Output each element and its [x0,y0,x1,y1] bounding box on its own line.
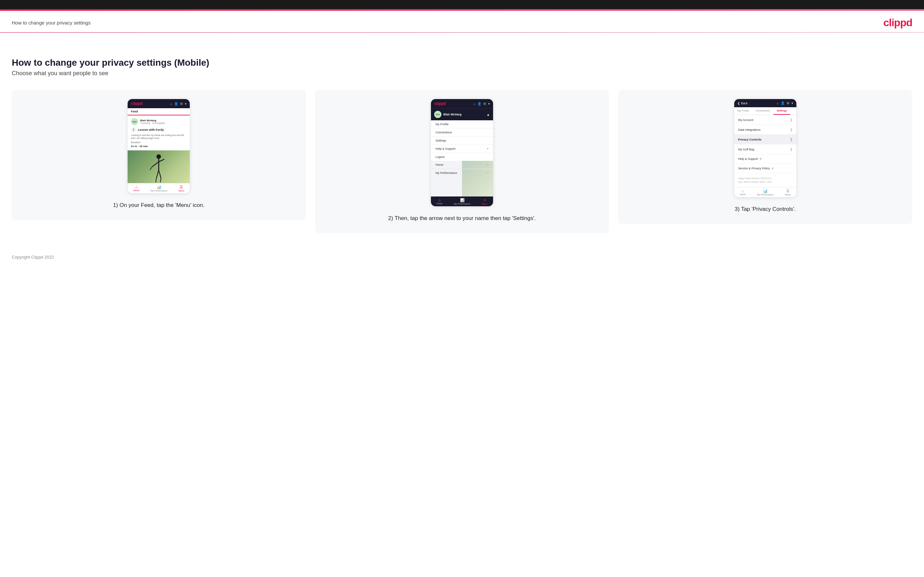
phone3-settings-list: My Account ❯ Data Integrations ❯ Privacy… [734,115,796,173]
phone3-data-integrations-arrow: ❯ [790,128,793,131]
phone1-post: BM Blair McHarg Yesterday · Sunningdale … [128,115,190,150]
phone1-image [128,150,190,183]
svg-line-8 [160,178,161,182]
phone2-header-icons: ⌕ 👤 ⚙ ▾ [473,102,490,106]
phone1-feed-tab[interactable]: Feed [128,108,190,115]
page-subheading: Choose what you want people to see [12,70,912,77]
phone2-my-profile[interactable]: My Profile [431,120,493,129]
phone1-nav-menu[interactable]: ☰ Menu [179,185,184,192]
phone3-nav-menu-label: Menu [785,193,791,196]
ext-icon-help: ↗ [759,158,762,161]
step-3-card: ❮ Back ⌕ 👤 ⚙ ▾ My Profile Connections Se… [618,90,912,224]
page-heading: How to change your privacy settings (Mob… [12,58,912,68]
profile-icon-2: 👤 [477,102,481,106]
phone2-menu: My Profile Connections Settings Help & S… [431,120,493,161]
home-icon-2: ⌂ [438,198,441,202]
svg-line-7 [156,178,157,182]
settings-icon: ⚙ [180,102,183,106]
phone3-nav-performance-label: My Performance [757,193,774,196]
phone1-nav-home[interactable]: ⌂ Home [133,185,139,192]
phone3-version: Clippd Client Version: 2022.8.3-3 GQL Se… [734,173,796,187]
phone2-connections[interactable]: Connections [431,129,493,137]
phone1-nav-home-label: Home [133,189,139,192]
phone1-post-sub: Yesterday · Sunningdale [140,122,165,124]
phone1-header: clippd ⌕ 👤 ⚙ ▾ [128,99,190,108]
phone3-my-account-label: My Account [738,118,754,122]
chart-icon-2: 📊 [460,198,465,202]
phone3-privacy-controls-label: Privacy Controls [738,138,762,141]
phone2-header: clippd ⌕ 👤 ⚙ ▾ [431,99,493,108]
phone2-section-home[interactable]: Home ▾ [431,161,493,169]
step-3-caption: 3) Tap 'Privacy Controls'. [735,205,796,213]
phone3-tab-myprofile[interactable]: My Profile [734,107,753,115]
phone2-nav-close[interactable]: ✕ Menu [481,198,488,205]
step-2-caption: 2) Then, tap the arrow next to your name… [388,214,536,222]
phone3-back-button[interactable]: ❮ Back [738,102,748,105]
home-icon: ⌂ [135,185,137,189]
phone2-dropdown-header: BM Blair McHarg ▲ [431,108,493,120]
svg-point-0 [157,154,161,159]
phone1-lesson-row: 🏌 Lesson with Fordy [131,127,186,132]
phone3-data-integrations[interactable]: Data Integrations ❯ [734,125,796,135]
phone3-privacy-controls[interactable]: Privacy Controls ❯ [734,135,796,145]
clippd-logo: clippd [884,17,912,29]
phone2-logout[interactable]: Logout [431,153,493,161]
phone3-nav-performance[interactable]: 📊 My Performance [757,189,774,196]
phone3-help-support[interactable]: Help & Support ↗ [734,154,796,164]
phone2-collapse-icon[interactable]: ▲ [486,113,490,116]
svg-line-2 [152,162,159,167]
phone3-golf-bag-arrow: ❯ [790,147,793,151]
phone2-nav-performance-label: My Performance [454,203,470,205]
phone3-bottom-nav: ⌂ Home 📊 My Performance ☰ Menu [734,187,796,197]
phone3-my-golf-bag[interactable]: My Golf Bag ❯ [734,145,796,154]
svg-line-5 [157,170,159,178]
phone3-my-account[interactable]: My Account ❯ [734,115,796,125]
phone3-data-integrations-label: Data Integrations [738,128,761,131]
phone3-header-icons: ⌕ 👤 ⚙ ▾ [777,102,793,105]
phone2-nav-menu-label: Menu [481,203,488,205]
search-icon-3: ⌕ [777,102,779,105]
phone1-header-icons: ⌕ 👤 ⚙ ▾ [170,102,186,106]
lesson-icon: 🏌 [131,127,136,132]
phone3-tab-connections[interactable]: Connections [752,107,773,115]
phone2-section-performance[interactable]: My Performance ▾ [431,169,493,177]
phone3-server-version: GQL Server Version: 2022.7.30-1 [738,180,793,184]
phone1-lesson-desc: Looking to feel like my hands are exitin… [131,134,186,140]
svg-line-3 [159,159,164,162]
phone-2-mockup: clippd ⌕ 👤 ⚙ ▾ BM Blair McHarg ▲ [431,99,493,206]
phone2-nav-performance[interactable]: 📊 My Performance [454,198,470,205]
footer-copyright: Copyright Clippd 2022 [12,255,54,259]
phone3-nav-home[interactable]: ⌂ Home [740,189,746,196]
header-divider [0,32,924,33]
phone3-my-account-arrow: ❯ [790,118,793,122]
phone2-nav-home[interactable]: ⌂ Home [436,198,443,205]
phone1-nav-performance[interactable]: 📊 My Performance [150,185,167,192]
phone3-header: ❮ Back ⌕ 👤 ⚙ ▾ [734,99,796,107]
phone3-nav-menu[interactable]: ☰ Menu [785,189,791,196]
phone1-lesson-title: Lesson with Fordy [138,128,164,131]
phone1-nav-menu-label: Menu [179,190,184,192]
phone3-tab-settings[interactable]: Settings [774,107,790,115]
phone3-service-privacy-label: Service & Privacy Policy ↗ [738,167,774,170]
search-icon: ⌕ [170,102,172,106]
phone1-post-header: BM Blair McHarg Yesterday · Sunningdale [131,118,186,125]
svg-line-6 [159,170,161,178]
phone3-my-golf-bag-label: My Golf Bag [738,148,754,151]
chevron-icon-2: ▾ [488,102,490,106]
ext-icon-privacy: ↗ [771,167,774,170]
phone3-back-label: Back [741,102,748,105]
menu-icon: ☰ [179,185,183,189]
phone3-service-privacy[interactable]: Service & Privacy Policy ↗ [734,164,796,173]
phone2-settings[interactable]: Settings [431,137,493,145]
footer: Copyright Clippd 2022 [0,245,924,268]
home-icon-3: ⌂ [742,189,744,193]
phone3-help-support-label: Help & Support ↗ [738,157,762,161]
phone1-logo: clippd [131,102,142,106]
phone2-username: Blair McHarg [443,113,462,116]
svg-line-4 [150,167,152,170]
close-icon: ✕ [483,198,486,202]
phone1-post-name: Blair McHarg [140,119,165,122]
phone2-help-support[interactable]: Help & Support ↗ [431,145,493,153]
settings-icon-3: ⚙ [787,102,790,105]
step-1-caption: 1) On your Feed, tap the 'Menu' icon. [113,201,205,210]
